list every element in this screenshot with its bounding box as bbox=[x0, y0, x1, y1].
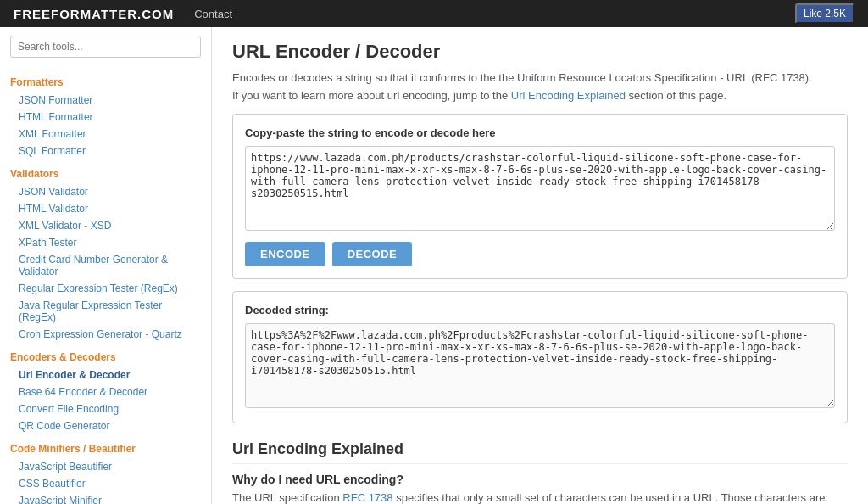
search-input[interactable] bbox=[10, 36, 201, 58]
sidebar-item-base64[interactable]: Base 64 Encoder & Decoder bbox=[10, 384, 201, 400]
input-card-label: Copy-paste the string to encode or decod… bbox=[245, 126, 835, 139]
sidebar-item-qr-code[interactable]: QR Code Generator bbox=[10, 417, 201, 434]
sidebar-category-encoders: Encoders & Decoders bbox=[10, 351, 201, 363]
sidebar-item-sql-formatter[interactable]: SQL Formatter bbox=[10, 143, 201, 160]
sidebar-category-formatters: Formatters bbox=[10, 76, 201, 88]
sidebar-item-js-beautifier[interactable]: JavaScript Beautifier bbox=[10, 458, 201, 475]
sidebar-item-xml-formatter[interactable]: XML Formatter bbox=[10, 126, 201, 143]
button-row: ENCODE DECODE bbox=[245, 242, 835, 266]
sidebar-item-xml-validator[interactable]: XML Validator - XSD bbox=[10, 217, 201, 234]
sidebar-item-cc-validator[interactable]: Credit Card Number Generator & Validator bbox=[10, 251, 201, 280]
header: FREEFORMATTER.COM Contact Like 2.5K bbox=[0, 0, 868, 27]
site-logo: FREEFORMATTER.COM bbox=[14, 7, 174, 21]
decode-button[interactable]: DECODE bbox=[332, 242, 413, 266]
main-content: URL Encoder / Decoder Encodes or decodes… bbox=[212, 27, 868, 504]
encode-button[interactable]: ENCODE bbox=[245, 242, 326, 266]
sidebar-item-json-validator[interactable]: JSON Validator bbox=[10, 183, 201, 200]
url-encoding-section: Url Encoding Explained Why do I need URL… bbox=[232, 440, 848, 504]
url-encoding-title: Url Encoding Explained bbox=[232, 440, 848, 464]
nav-contact[interactable]: Contact bbox=[194, 8, 232, 20]
description-2: If you want to learn more about url enco… bbox=[232, 89, 848, 102]
description-2-suffix: section of this page. bbox=[626, 89, 726, 102]
decoded-output-textarea[interactable] bbox=[245, 323, 835, 408]
sidebar-category-minifiers: Code Minifiers / Beautifier bbox=[10, 443, 201, 455]
sidebar-item-url-encoder[interactable]: Url Encoder & Decoder bbox=[10, 367, 201, 384]
sidebar-item-js-minifier[interactable]: JavaScript Minifier bbox=[10, 492, 201, 504]
sidebar-item-css-beautifier[interactable]: CSS Beautifier bbox=[10, 475, 201, 492]
description-2-prefix: If you want to learn more about url enco… bbox=[232, 89, 511, 102]
output-card: Decoded string: bbox=[232, 291, 848, 423]
sidebar-item-regex-tester[interactable]: Regular Expression Tester (RegEx) bbox=[10, 280, 201, 297]
why-text-prefix: The URL specification bbox=[232, 491, 342, 504]
page-title: URL Encoder / Decoder bbox=[232, 41, 848, 63]
sidebar-item-java-regex[interactable]: Java Regular Expression Tester (RegEx) bbox=[10, 297, 201, 326]
sidebar-item-xpath-tester[interactable]: XPath Tester bbox=[10, 234, 201, 251]
encode-decode-textarea[interactable] bbox=[245, 146, 835, 231]
why-title: Why do I need URL encoding? bbox=[232, 473, 848, 486]
why-paragraph: The URL specification RFC 1738 specifies… bbox=[232, 491, 848, 504]
sidebar-category-validators: Validators bbox=[10, 168, 201, 180]
sidebar: Formatters JSON Formatter HTML Formatter… bbox=[0, 27, 212, 504]
sidebar-item-html-validator[interactable]: HTML Validator bbox=[10, 200, 201, 217]
why-text-suffix: specifies that only a small set of chara… bbox=[393, 491, 829, 504]
url-encoding-link[interactable]: Url Encoding Explained bbox=[511, 89, 626, 102]
layout: Formatters JSON Formatter HTML Formatter… bbox=[0, 27, 868, 504]
sidebar-item-cron-generator[interactable]: Cron Expression Generator - Quartz bbox=[10, 326, 201, 343]
sidebar-item-convert-file[interactable]: Convert File Encoding bbox=[10, 400, 201, 417]
sidebar-item-json-formatter[interactable]: JSON Formatter bbox=[10, 92, 201, 109]
sidebar-item-html-formatter[interactable]: HTML Formatter bbox=[10, 109, 201, 126]
input-card: Copy-paste the string to encode or decod… bbox=[232, 114, 848, 279]
description-1: Encodes or decodes a string so that it c… bbox=[232, 71, 848, 84]
output-card-label: Decoded string: bbox=[245, 304, 835, 316]
fb-like-button[interactable]: Like 2.5K bbox=[795, 3, 854, 24]
rfc-1738-link[interactable]: RFC 1738 bbox=[342, 491, 392, 504]
